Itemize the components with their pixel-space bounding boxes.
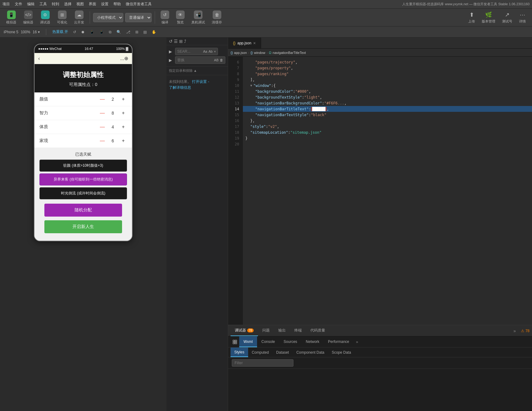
devtools-subtab-wxml[interactable]: Wxml xyxy=(239,336,257,347)
random-btn[interactable]: 随机分配 xyxy=(44,204,122,217)
attr-increment-family[interactable]: + xyxy=(120,137,127,144)
devtools-subtab-sources[interactable]: Sources xyxy=(279,336,301,347)
open-settings-link[interactable]: 打开设置 - xyxy=(192,79,209,84)
attr-decrement-intel[interactable]: — xyxy=(99,109,106,117)
replace-clear-btn[interactable]: 🗑 xyxy=(220,58,223,62)
test-btn[interactable]: ↗ 测试号 xyxy=(500,10,515,25)
clear-cache-btn[interactable]: 🗑 清缓存 xyxy=(209,9,224,26)
simulator-btn[interactable]: 📱 模拟器 xyxy=(4,9,19,26)
attr-increment-face[interactable]: + xyxy=(120,96,127,103)
devtools-tab-output[interactable]: 输出 xyxy=(274,325,290,336)
devtools-more-icon[interactable]: » xyxy=(511,328,518,333)
record-icon[interactable]: ⏺ xyxy=(81,30,85,34)
mode-select[interactable]: 小程序模式 xyxy=(93,13,123,22)
menu-item-goto[interactable]: 转到 xyxy=(52,2,59,7)
version-btn[interactable]: 🌿 版本管理 xyxy=(479,10,498,25)
refresh-btn[interactable]: ↺ 编译 xyxy=(158,9,172,26)
devtools-subtab-console[interactable]: Console xyxy=(257,336,279,347)
real-debug-btn[interactable]: 📲 真机调试 xyxy=(189,9,207,26)
hand-icon[interactable]: ✋ xyxy=(152,30,156,34)
subtabs-more-icon[interactable]: » xyxy=(354,340,361,344)
code-str-11: "#000" xyxy=(295,89,309,94)
warn-icon: ⚠ xyxy=(521,329,524,333)
phone-subtitle: 可用属性点：0 xyxy=(39,82,127,87)
phone-icon[interactable]: 📱 xyxy=(90,30,94,34)
phone-nav-more[interactable]: ⊕ xyxy=(124,55,128,61)
editor-btn[interactable]: </> 编辑器 xyxy=(21,9,36,26)
breadcrumb-item-1[interactable]: app.json xyxy=(234,51,247,55)
attributes-section: 颜值 — 2 + 智力 — 8 + xyxy=(35,92,132,148)
devtools-subtab-performance[interactable]: Performance xyxy=(324,336,354,347)
refresh-icon-sec[interactable]: ↺ xyxy=(73,30,76,34)
devtools-subtab-network[interactable]: Network xyxy=(301,336,324,347)
attr-decrement-family[interactable]: — xyxy=(99,137,106,144)
attr-decrement-face[interactable]: — xyxy=(99,96,106,103)
debugger-btn[interactable]: ⚙ 调试器 xyxy=(38,9,53,26)
menu-item-settings[interactable]: 设置 xyxy=(101,2,108,7)
breadcrumb-item-3[interactable]: navigationBarTitleText xyxy=(273,51,306,55)
talent-item-1[interactable]: 驻颜 (体质>10时颜值+3) xyxy=(39,160,127,172)
replace-expand-icon[interactable]: ▶ xyxy=(169,58,173,63)
code-tab-app-json[interactable]: {} app.json × xyxy=(228,38,261,48)
devtools-tab-debugger[interactable]: 调试器 78 xyxy=(231,325,258,336)
menu-item-file[interactable]: 文件 xyxy=(15,2,22,7)
inspector-icon-btn[interactable] xyxy=(231,338,239,346)
menu-item-edit[interactable]: 编辑 xyxy=(27,2,35,7)
menu-item-project[interactable]: 项目 xyxy=(2,2,10,7)
replace-preserve-btn[interactable]: AB xyxy=(214,58,219,62)
search-case-btn[interactable]: Aa xyxy=(203,50,207,53)
search-scope[interactable]: 指定目录和排除 ▲ xyxy=(166,67,228,75)
talent-item-3[interactable]: 时光倒流 (或许时间会倒流) xyxy=(39,187,127,199)
attr-increment-body[interactable]: + xyxy=(120,123,127,131)
cloud-btn[interactable]: ☁ 云开发 xyxy=(72,9,87,26)
detail-btn[interactable]: ⋯ 详情 xyxy=(517,10,528,25)
tab-close-icon[interactable]: × xyxy=(253,41,256,46)
search-word-btn[interactable]: Ab xyxy=(208,50,212,53)
preview-btn[interactable]: 👁 预览 xyxy=(174,9,187,26)
compile-select[interactable]: 普通编译 xyxy=(125,13,152,22)
replace-input[interactable] xyxy=(177,58,213,62)
style-tab-dataset[interactable]: Dataset xyxy=(272,348,293,357)
filter-input[interactable] xyxy=(232,359,293,367)
search-expand-icon[interactable]: ▶ xyxy=(169,49,173,54)
search-list-icon[interactable]: ☰ xyxy=(174,39,178,44)
upload-btn[interactable]: ⬆ 上传 xyxy=(466,10,477,25)
devtools-tab-issues[interactable]: 问题 xyxy=(258,325,274,336)
devtools-tab-terminal[interactable]: 终端 xyxy=(290,325,306,336)
grid-icon[interactable]: ⊞ xyxy=(135,30,138,34)
learn-more-link[interactable]: 了解详细信息 xyxy=(169,85,191,90)
menu-item-view[interactable]: 视图 xyxy=(76,2,84,7)
search-refresh-icon[interactable]: ↺ xyxy=(169,39,173,44)
hot-reload-toggle[interactable]: 热重载 开 xyxy=(52,29,68,35)
phone-nav-back[interactable]: ‹ xyxy=(38,56,40,61)
menu-item-select[interactable]: 选择 xyxy=(64,2,72,7)
attr-decrement-body[interactable]: — xyxy=(99,123,106,131)
device-name: iPhone 5 xyxy=(4,30,18,34)
talent-item-2[interactable]: 异界来客 (你可能听到一些绝密消息) xyxy=(39,173,127,185)
style-tab-component-data[interactable]: Component Data xyxy=(293,348,328,357)
search-share-icon[interactable]: ⤴ xyxy=(184,39,186,44)
devtools-tab-quality[interactable]: 代码质量 xyxy=(306,325,329,336)
search-new-icon[interactable]: ⊞ xyxy=(179,39,183,44)
style-tab-styles[interactable]: Styles xyxy=(231,348,248,357)
attr-increment-intel[interactable]: + xyxy=(120,109,127,117)
visualize-btn[interactable]: ⊞ 可视化 xyxy=(55,9,70,26)
breadcrumb-item-2[interactable]: window xyxy=(254,51,265,55)
search-icon-sec[interactable]: 🔍 xyxy=(117,30,121,34)
menu-item-help[interactable]: 帮助 xyxy=(113,2,121,7)
style-tab-scope-data[interactable]: Scope Data xyxy=(328,348,355,357)
menu-item-tool[interactable]: 工具 xyxy=(39,2,47,7)
search-input[interactable] xyxy=(177,49,202,54)
fold-icon-10[interactable]: ▼ xyxy=(250,84,252,87)
menu-item-wechat[interactable]: 微信开发者工具 xyxy=(126,2,152,7)
style-tab-computed[interactable]: Computed xyxy=(248,348,272,357)
copy-icon[interactable]: ⧉ xyxy=(109,30,112,34)
code-content[interactable]: "pages/trajectory", "pages/property", "p… xyxy=(243,57,532,325)
start-btn[interactable]: 开启新人生 xyxy=(44,220,122,233)
phone-nav-dots[interactable]: ... xyxy=(120,56,124,61)
menu-item-interface[interactable]: 界面 xyxy=(89,2,96,7)
search-regex-btn[interactable]: × xyxy=(214,50,216,53)
branch-icon[interactable]: ⎇ xyxy=(126,30,130,34)
tablet-icon[interactable]: 📱 xyxy=(99,30,104,34)
layout-icon[interactable]: ▤ xyxy=(143,30,147,34)
